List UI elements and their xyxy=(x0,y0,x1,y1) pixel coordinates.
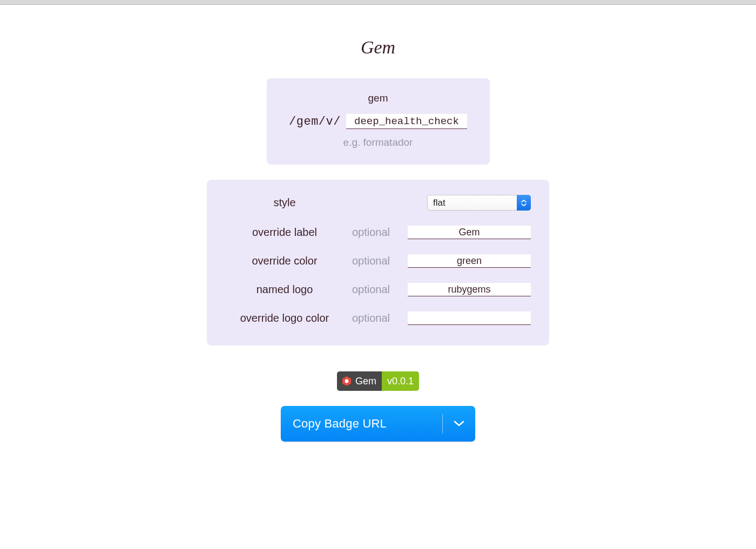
gem-name-hint: e.g. formatador xyxy=(343,137,413,148)
param-title-gem: gem xyxy=(368,92,388,104)
named-logo-input[interactable] xyxy=(408,283,531,296)
badge-label: Gem xyxy=(355,376,376,387)
badge-preview: Gem v0.0.1 xyxy=(337,371,419,391)
override-color-input[interactable] xyxy=(408,254,531,268)
path-row: /gem/v/ xyxy=(289,114,467,129)
path-panel: gem /gem/v/ e.g. formatador xyxy=(267,78,490,165)
path-prefix: /gem/v/ xyxy=(289,115,341,128)
optional-override-logo-color: optional xyxy=(344,312,398,324)
badge-right: v0.0.1 xyxy=(382,371,419,391)
badge-value: v0.0.1 xyxy=(387,376,414,387)
chevron-down-icon[interactable] xyxy=(443,421,475,427)
rubygems-icon xyxy=(341,376,352,387)
label-override-logo-color: override logo color xyxy=(225,312,344,324)
optional-override-label: optional xyxy=(344,226,398,239)
copy-button-label: Copy Badge URL xyxy=(281,417,442,431)
main-container: Gem gem /gem/v/ e.g. formatador style fl… xyxy=(0,5,756,442)
optional-named-logo: optional xyxy=(344,283,398,296)
option-row-override-label: override label optional xyxy=(225,226,531,239)
page-title: Gem xyxy=(361,37,395,58)
gem-name-input[interactable] xyxy=(346,114,467,129)
style-select[interactable]: flat xyxy=(427,195,531,211)
option-row-named-logo: named logo optional xyxy=(225,283,531,296)
options-panel: style flat override label xyxy=(207,180,549,345)
label-named-logo: named logo xyxy=(225,283,344,296)
override-logo-color-input[interactable] xyxy=(408,311,531,325)
option-row-override-logo-color: override logo color optional xyxy=(225,311,531,325)
override-label-input[interactable] xyxy=(408,226,531,239)
option-row-style: style flat xyxy=(225,195,531,211)
badge-left: Gem xyxy=(337,371,382,391)
window-top-bar xyxy=(0,0,756,5)
option-row-override-color: override color optional xyxy=(225,254,531,268)
copy-badge-url-button[interactable]: Copy Badge URL xyxy=(281,406,475,442)
label-override-label: override label xyxy=(225,226,344,239)
label-style: style xyxy=(225,196,344,209)
optional-override-color: optional xyxy=(344,255,398,267)
label-override-color: override color xyxy=(225,255,344,267)
style-select-wrap[interactable]: flat xyxy=(427,195,531,211)
